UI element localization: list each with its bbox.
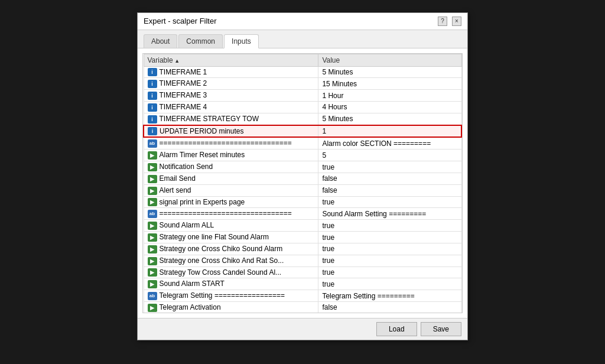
variable-cell: ▶Notification Send — [144, 161, 318, 173]
variable-cell: iTIMEFRAME STRATEGY TOW — [144, 113, 318, 125]
row-icon: ▶ — [148, 268, 157, 277]
row-icon: ▶ — [148, 245, 157, 254]
variable-name: signal print in Experts page — [160, 198, 245, 206]
variable-cell: iUPDATE PERIOD minutes — [144, 125, 318, 138]
value-cell: 1 Hour — [318, 90, 461, 102]
table-row[interactable]: iTIMEFRAME 15 Minutes — [144, 66, 461, 78]
variable-cell: iTIMEFRAME 2 — [144, 78, 318, 90]
table-row[interactable]: ▶Strategy one line Flat Sound Alarmtrue — [144, 232, 461, 243]
row-icon: ab — [148, 210, 157, 218]
variable-name: Strategy one Cross Chiko Sound Alarm — [160, 245, 283, 253]
value-cell: Sound Alarm Setting ========= — [318, 208, 461, 220]
value-cell: true — [318, 220, 461, 232]
table-row[interactable]: ▶Email Sendfalse — [144, 173, 461, 184]
params-table: Variable Value iTIMEFRAME 15 MinutesiTIM… — [143, 54, 462, 313]
close-button[interactable]: × — [452, 17, 461, 26]
table-row[interactable]: ▶Notification Sendtrue — [144, 161, 461, 173]
value-cell: true — [318, 232, 461, 243]
table-row[interactable]: ▶Strategy Tow Cross Candel Sound Al...tr… — [144, 266, 461, 278]
variable-cell: ▶Alarm Timer Reset minutes — [144, 150, 318, 161]
variable-cell: ab================================ — [144, 137, 318, 149]
col-variable-header: Variable — [144, 54, 318, 66]
table-row[interactable]: iTIMEFRAME 215 Minutes — [144, 78, 461, 90]
variable-cell: ▶Sound Alarm START — [144, 278, 318, 290]
variable-name: TIMEFRAME STRATEGY TOW — [160, 115, 259, 123]
load-button[interactable]: Load — [376, 322, 417, 336]
table-row[interactable]: iTIMEFRAME STRATEGY TOW5 Minutes — [144, 113, 461, 125]
value-cell: true — [318, 196, 461, 208]
value-cell: true — [318, 161, 461, 173]
value-cell: false — [318, 173, 461, 184]
variable-name: Strategy one line Flat Sound Alarm — [160, 233, 269, 241]
variable-name: Notification Send — [160, 162, 213, 171]
row-icon: ▶ — [148, 257, 157, 265]
dialog-title: Expert - scalper Filter — [144, 17, 217, 25]
value-cell: 5 Minutes — [318, 66, 461, 78]
variable-cell: iTIMEFRAME 1 — [144, 66, 318, 78]
table-row[interactable]: ▶Sound Alarm ALLtrue — [144, 220, 461, 232]
table-row[interactable]: iTIMEFRAME 31 Hour — [144, 90, 461, 102]
tab-inputs[interactable]: Inputs — [224, 34, 259, 48]
dialog-titlebar: Expert - scalper Filter ? × — [138, 13, 467, 30]
variable-cell: ▶Sound Alarm ALL — [144, 220, 318, 232]
variable-name: TIMEFRAME 2 — [160, 79, 207, 87]
value-cell: true — [318, 243, 461, 255]
variable-cell: ▶Strategy one Cross Chiko Sound Alarm — [144, 243, 318, 255]
row-icon: ▶ — [148, 163, 157, 171]
dialog-content: Variable Value iTIMEFRAME 15 MinutesiTIM… — [138, 48, 467, 318]
row-icon: ▶ — [148, 304, 157, 312]
tab-about[interactable]: About — [144, 34, 177, 48]
variable-cell: ▶Strategy one Cross Chiko And Rat So... — [144, 255, 318, 266]
table-row[interactable]: abTelegram Setting =================Tele… — [144, 290, 461, 302]
row-icon: ▶ — [148, 222, 157, 230]
variable-name: Strategy one Cross Chiko And Rat So... — [160, 256, 284, 265]
tab-common[interactable]: Common — [178, 34, 223, 48]
value-cell: true — [318, 266, 461, 278]
table-scroll-container[interactable]: Variable Value iTIMEFRAME 15 MinutesiTIM… — [142, 53, 463, 313]
variable-cell: ▶signal print in Experts page — [144, 196, 318, 208]
variable-name: TIMEFRAME 4 — [160, 103, 207, 111]
row-icon: ▶ — [148, 233, 157, 242]
row-icon: ab — [148, 139, 157, 148]
variable-name: Email Send — [160, 174, 196, 183]
table-row[interactable]: ▶signal print in Experts pagetrue — [144, 196, 461, 208]
variable-name: Strategy Tow Cross Candel Sound Al... — [160, 268, 282, 277]
row-icon: ▶ — [148, 198, 157, 206]
variable-cell: iTIMEFRAME 4 — [144, 101, 318, 113]
save-button[interactable]: Save — [421, 322, 461, 336]
col-value-header: Value — [318, 54, 461, 66]
table-row[interactable]: ▶Alert sendfalse — [144, 184, 461, 196]
variable-name: UPDATE PERIOD minutes — [160, 127, 243, 135]
variable-cell: ab================================ — [144, 208, 318, 220]
row-icon: ▶ — [148, 175, 157, 183]
value-cell: false — [318, 184, 461, 196]
table-row[interactable]: ab================================Sound … — [144, 208, 461, 220]
tabs-bar: About Common Inputs — [138, 30, 467, 48]
table-row[interactable]: ▶Sound Alarm STARTtrue — [144, 278, 461, 290]
variable-cell: iTIMEFRAME 3 — [144, 90, 318, 102]
expert-dialog: Expert - scalper Filter ? × About Common… — [137, 12, 468, 340]
table-row[interactable]: ▶Strategy one Cross Chiko And Rat So...t… — [144, 255, 461, 266]
row-icon: i — [148, 103, 157, 112]
table-row[interactable]: ▶Alarm Timer Reset minutes5 — [144, 150, 461, 161]
variable-cell: ▶Email Send — [144, 173, 318, 184]
table-row[interactable]: iUPDATE PERIOD minutes1 — [144, 125, 461, 138]
value-cell: false — [318, 302, 461, 313]
help-button[interactable]: ? — [438, 17, 447, 26]
table-row[interactable]: ab================================Alarm … — [144, 137, 461, 149]
row-icon: i — [148, 127, 157, 135]
variable-cell: ▶Strategy Tow Cross Candel Sound Al... — [144, 266, 318, 278]
row-icon: ▶ — [148, 151, 157, 160]
value-cell: 15 Minutes — [318, 78, 461, 90]
value-cell: 1 — [318, 125, 461, 138]
row-icon: i — [148, 80, 157, 88]
table-row[interactable]: ▶Telegram Activationfalse — [144, 302, 461, 313]
variable-name: TIMEFRAME 1 — [160, 68, 207, 76]
table-row[interactable]: iTIMEFRAME 44 Hours — [144, 101, 461, 113]
row-icon: i — [148, 92, 157, 100]
value-cell: Telegram Setting ========= — [318, 290, 461, 302]
title-controls: ? × — [438, 17, 461, 26]
table-row[interactable]: ▶Strategy one Cross Chiko Sound Alarmtru… — [144, 243, 461, 255]
row-icon: ▶ — [148, 187, 157, 195]
row-icon: i — [148, 68, 157, 76]
